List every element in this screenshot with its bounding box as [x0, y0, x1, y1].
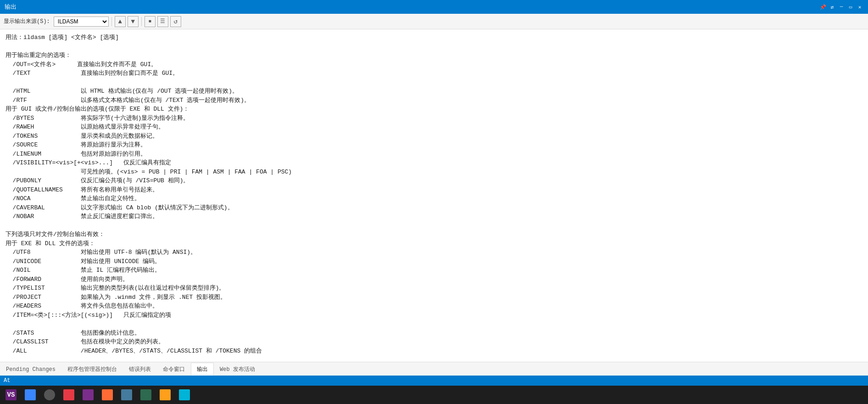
- vs-icon: VS: [6, 389, 17, 400]
- toolbar-separator-1: [111, 17, 112, 26]
- taskbar-icon-3: [63, 389, 74, 400]
- tab-web-发布活动[interactable]: Web 发布活动: [214, 363, 261, 376]
- taskbar-item-1[interactable]: [21, 387, 39, 403]
- taskbar-vs[interactable]: VS: [2, 387, 20, 403]
- tab-pending-changes[interactable]: Pending Changes: [0, 363, 61, 376]
- taskbar-icon-6: [121, 389, 132, 400]
- tab-程序包管理器控制台[interactable]: 程序包管理器控制台: [61, 363, 123, 376]
- taskbar-item-9[interactable]: [175, 387, 194, 403]
- source-select[interactable]: ILDASM: [54, 17, 109, 27]
- toolbar-stop-button[interactable]: ■: [145, 16, 156, 27]
- taskbar-icon-5: [102, 389, 113, 400]
- taskbar-item-4[interactable]: [79, 387, 97, 403]
- minimize-button[interactable]: ─: [838, 3, 845, 11]
- taskbar-icon-2: [44, 389, 55, 400]
- taskbar-icon-8: [160, 389, 171, 400]
- taskbar-icon-9: [179, 389, 190, 400]
- taskbar-icon-7: [140, 389, 151, 400]
- toolbar-separator-2: [141, 17, 142, 26]
- output-content[interactable]: 用法：ildasm [选项] <文件名> [选项] 用于输出重定向的选项： /O…: [0, 29, 868, 362]
- toolbar: 显示输出来源(S): ILDASM ▲ ▼ ■ ☰ ↺: [0, 14, 868, 29]
- taskbar-item-3[interactable]: [60, 387, 78, 403]
- toolbar-clear-button[interactable]: ☰: [157, 16, 168, 27]
- taskbar-item-5[interactable]: [98, 387, 117, 403]
- main-area: 用法：ildasm [选项] <文件名> [选项] 用于输出重定向的选项： /O…: [0, 29, 868, 362]
- window-title: 输出: [5, 3, 17, 11]
- taskbar: VS: [0, 386, 868, 404]
- tab-命令窗口[interactable]: 命令窗口: [157, 363, 191, 376]
- tab-输出[interactable]: 输出: [191, 363, 214, 376]
- status-text: At: [4, 377, 10, 384]
- tab-错误列表[interactable]: 错误列表: [123, 363, 157, 376]
- taskbar-blue-icon: [25, 389, 36, 400]
- toolbar-refresh-button[interactable]: ↺: [170, 16, 181, 27]
- source-label: 显示输出来源(S):: [4, 17, 50, 25]
- status-bar: At: [0, 376, 868, 386]
- taskbar-item-2[interactable]: [40, 387, 59, 403]
- window-controls: 📌 ⇄ ─ ▭ ✕: [819, 3, 863, 11]
- toolbar-down-button[interactable]: ▼: [128, 16, 139, 27]
- pin-button[interactable]: 📌: [819, 3, 827, 11]
- close-button[interactable]: ✕: [856, 3, 863, 11]
- taskbar-icon-4: [83, 389, 94, 400]
- maximize-button[interactable]: ▭: [847, 3, 854, 11]
- taskbar-item-7[interactable]: [137, 387, 155, 403]
- title-bar: 输出 📌 ⇄ ─ ▭ ✕: [0, 0, 868, 14]
- taskbar-item-6[interactable]: [117, 387, 136, 403]
- taskbar-item-8[interactable]: [156, 387, 174, 403]
- arrows-button[interactable]: ⇄: [829, 3, 836, 11]
- toolbar-up-button[interactable]: ▲: [115, 16, 126, 27]
- bottom-tabs: Pending Changes程序包管理器控制台错误列表命令窗口输出Web 发布…: [0, 362, 868, 376]
